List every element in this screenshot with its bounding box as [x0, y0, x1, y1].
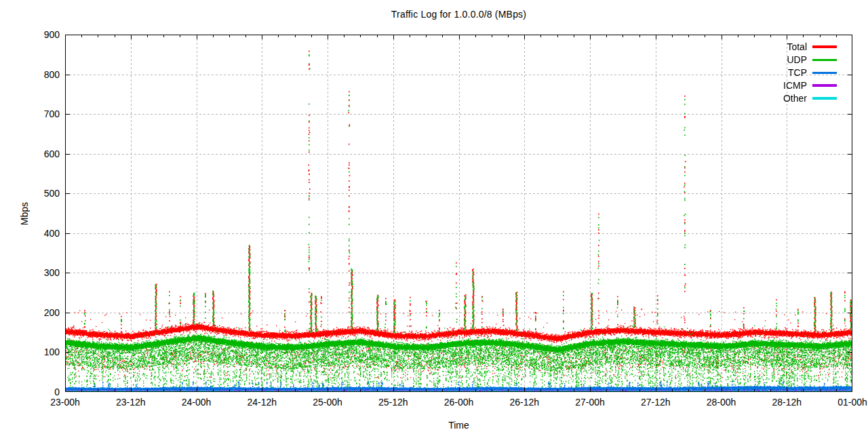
- x-tick-label: 24-12h: [235, 397, 289, 407]
- legend-label: Other: [732, 93, 812, 104]
- x-tick-label: 27-12h: [629, 397, 683, 407]
- y-tick-label: 800: [23, 70, 60, 79]
- legend-color-swatch: [812, 84, 837, 87]
- legend-color-swatch: [812, 59, 837, 61]
- legend-label: ICMP: [732, 80, 812, 91]
- y-tick-label: 0: [23, 387, 60, 397]
- legend-label: UDP: [732, 54, 812, 65]
- x-tick-label: 24-00h: [170, 397, 224, 407]
- chart-title: Traffic Log for 1.0.0.0/8 (MBps): [65, 9, 852, 20]
- legend-row-udp: UDP: [732, 54, 841, 66]
- y-axis-title: Mbps: [19, 112, 30, 315]
- x-tick-label: 25-12h: [366, 397, 420, 407]
- x-tick-label: 28-12h: [760, 397, 814, 407]
- traffic-log-chart: Traffic Log for 1.0.0.0/8 (MBps) 0100200…: [0, 0, 868, 434]
- x-tick-label: 23-12h: [104, 397, 158, 407]
- legend-label: TCP: [732, 67, 812, 78]
- y-tick-label: 900: [23, 30, 60, 39]
- legend-color-swatch: [812, 45, 837, 48]
- legend-label: Total: [732, 41, 812, 52]
- x-tick-label: 28-00h: [694, 397, 749, 407]
- x-tick-label: 26-12h: [497, 397, 551, 407]
- x-tick-label: 26-00h: [432, 397, 486, 407]
- legend-row-tcp: TCP: [732, 66, 841, 79]
- legend-color-swatch: [812, 97, 837, 100]
- x-tick-label: 27-00h: [563, 397, 617, 407]
- x-tick-label: 23-00h: [38, 397, 92, 407]
- x-axis-title: Time: [65, 420, 852, 431]
- legend-color-swatch: [812, 72, 837, 74]
- legend-row-total: Total: [732, 41, 841, 53]
- legend-row-other: Other: [732, 92, 841, 104]
- y-tick-label: 100: [23, 347, 60, 357]
- x-tick-label: 01-00h: [825, 397, 868, 407]
- legend-row-icmp: ICMP: [732, 79, 841, 92]
- x-tick-label: 25-00h: [300, 397, 355, 407]
